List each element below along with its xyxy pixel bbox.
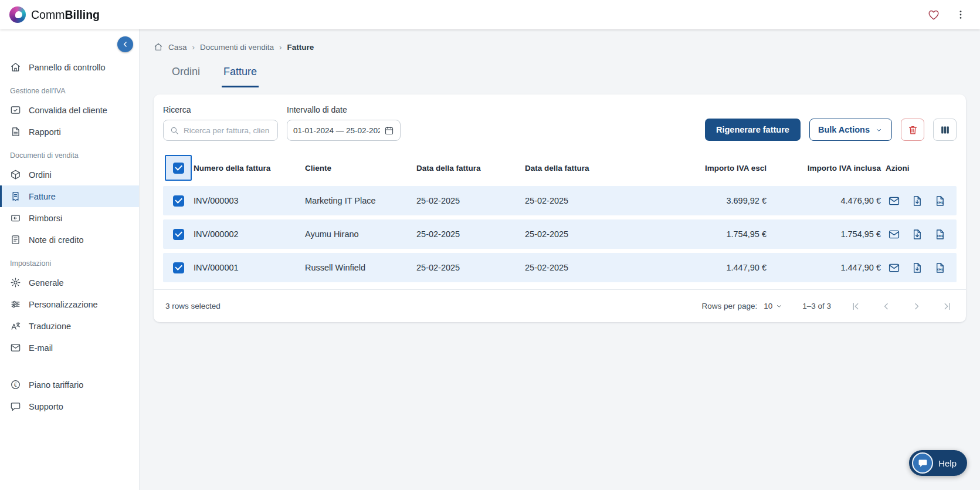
pagination-range-text: 1–3 of 3 xyxy=(802,302,831,310)
next-page-button[interactable] xyxy=(911,300,924,313)
amount-excl-cell: 3.699,92 € xyxy=(672,196,771,205)
table-row[interactable]: INV/000001 Russell Winfield 25-02-2025 2… xyxy=(163,253,957,282)
download-xml-action-button[interactable]: XML xyxy=(934,228,947,241)
breadcrumb-separator: › xyxy=(192,43,195,52)
select-all-cell xyxy=(163,155,194,181)
sidebar-item-email[interactable]: E-mail xyxy=(0,337,139,359)
row-checkbox-cell xyxy=(163,195,194,207)
row-checkbox[interactable] xyxy=(173,229,184,240)
column-header-client[interactable]: Cliente xyxy=(305,164,416,173)
sidebar-item-convalida-del-cliente[interactable]: Convalida del cliente xyxy=(0,99,139,121)
tab-fatture[interactable]: Fatture xyxy=(222,66,259,87)
sidebar-item-supporto[interactable]: Supporto xyxy=(0,396,139,417)
delete-selected-button[interactable] xyxy=(901,119,924,141)
search-label: Ricerca xyxy=(163,105,278,114)
previous-page-button[interactable] xyxy=(880,300,893,313)
sidebar-section-header: Gestione dell'IVA xyxy=(0,78,139,99)
bulk-actions-button[interactable]: Bulk Actions xyxy=(809,119,892,141)
chevron-down-icon xyxy=(775,302,784,310)
filters-bar: Ricerca Intervallo di date Rigenerare fa… xyxy=(163,105,957,141)
sidebar-item-label: Piano tariffario xyxy=(29,380,83,390)
sidebar-item-traduzione[interactable]: Traduzione xyxy=(0,315,139,337)
breadcrumb-item-casa[interactable]: Casa xyxy=(168,43,187,52)
regenerate-invoices-button[interactable]: Rigenerare fatture xyxy=(705,119,801,141)
send-email-action-button[interactable] xyxy=(888,228,901,241)
sidebar-item-label: Rimborsi xyxy=(29,214,62,223)
sidebar-item-label: Rapporti xyxy=(29,127,61,137)
file-xml-icon: XML xyxy=(934,228,947,241)
pager xyxy=(850,300,954,313)
home-breadcrumb-icon[interactable] xyxy=(154,42,163,52)
sidebar-item-label: Traduzione xyxy=(29,322,71,331)
send-email-action-button[interactable] xyxy=(888,194,901,207)
brand: CommBilling xyxy=(9,6,100,23)
help-button[interactable]: Help xyxy=(909,450,967,476)
column-settings-button[interactable] xyxy=(933,119,957,141)
last-page-icon xyxy=(941,300,954,312)
svg-text:XML: XML xyxy=(937,234,944,237)
amount-excl-cell: 1.447,90 € xyxy=(672,263,771,272)
rows-selected-text: 3 rows selected xyxy=(165,302,221,310)
column-header-amount-incl[interactable]: Importo IVA inclusa xyxy=(771,164,886,173)
date-range-input[interactable] xyxy=(293,126,380,135)
sidebar-item-personalizzazione[interactable]: Personalizzazione xyxy=(0,293,139,315)
envelope-icon xyxy=(10,342,21,353)
topbar: CommBilling xyxy=(0,0,980,29)
sidebar-item-pannello-di-controllo[interactable]: Pannello di controllo xyxy=(0,56,139,78)
envelope-icon xyxy=(888,262,901,274)
date-range-field: Intervallo di date xyxy=(287,105,401,141)
chevron-down-icon xyxy=(874,126,883,134)
row-actions: XML xyxy=(886,194,957,207)
table-row[interactable]: INV/000002 Ayumu Hirano 25-02-2025 25-02… xyxy=(163,219,957,249)
heart-icon xyxy=(927,8,940,21)
table-header-row: Numero della fattura Cliente Data della … xyxy=(163,154,957,182)
download-invoice-action-button[interactable] xyxy=(911,228,924,241)
sidebar-item-generale[interactable]: Generale xyxy=(0,272,139,293)
rows-per-page-select[interactable]: 10 xyxy=(764,302,784,310)
column-header-invoice-number[interactable]: Numero della fattura xyxy=(194,164,305,173)
download-xml-action-button[interactable]: XML xyxy=(934,261,947,274)
download-invoice-action-button[interactable] xyxy=(911,261,924,274)
favorites-heart-button[interactable] xyxy=(924,5,944,25)
breadcrumb-item-documenti-di-vendita[interactable]: Documenti di vendita xyxy=(200,43,274,52)
send-email-action-button[interactable] xyxy=(888,261,901,274)
help-label: Help xyxy=(938,458,957,468)
breadcrumb-separator: › xyxy=(279,43,282,52)
sidebar-item-piano-tariffario[interactable]: € Piano tariffario xyxy=(0,374,139,396)
amount-excl-cell: 1.754,95 € xyxy=(672,229,771,239)
sidebar-item-rapporti[interactable]: Rapporti xyxy=(0,121,139,143)
sidebar-item-note-di-credito[interactable]: Note di credito xyxy=(0,229,139,251)
column-header-amount-excl[interactable]: Importo IVA escl xyxy=(672,164,771,173)
amount-incl-cell: 1.754,95 € xyxy=(771,229,886,239)
search-input[interactable] xyxy=(184,126,272,135)
file-download-icon xyxy=(911,195,924,207)
sidebar-item-ordini[interactable]: Ordini xyxy=(0,164,139,185)
app-logo-icon xyxy=(9,6,26,23)
amount-incl-cell: 4.476,90 € xyxy=(771,196,886,205)
sidebar-item-label: Fatture xyxy=(29,192,56,201)
sidebar-item-rimborsi[interactable]: Rimborsi xyxy=(0,207,139,229)
column-header-invoice-date-2[interactable]: Data della fattura xyxy=(525,164,672,173)
tab-ordini[interactable]: Ordini xyxy=(170,66,202,87)
sidebar-item-fatture[interactable]: Fatture xyxy=(0,185,139,207)
columns-icon xyxy=(940,124,951,136)
select-all-highlight xyxy=(165,155,192,181)
overflow-menu-button[interactable] xyxy=(951,5,971,25)
column-header-invoice-date[interactable]: Data della fattura xyxy=(416,164,525,173)
euro-circle-icon: € xyxy=(10,379,21,390)
file-download-icon xyxy=(911,228,924,241)
row-checkbox[interactable] xyxy=(173,262,184,273)
invoice-date-cell-2: 25-02-2025 xyxy=(525,229,672,239)
select-all-checkbox[interactable] xyxy=(173,163,184,174)
table-row[interactable]: INV/000003 Marketing IT Place 25-02-2025… xyxy=(163,186,957,215)
row-actions: XML xyxy=(886,228,957,241)
envelope-icon xyxy=(888,228,901,241)
row-checkbox[interactable] xyxy=(173,195,184,207)
last-page-button[interactable] xyxy=(941,300,954,313)
layout: Pannello di controllo Gestione dell'IVA … xyxy=(0,29,980,490)
download-xml-action-button[interactable]: XML xyxy=(934,194,947,207)
download-invoice-action-button[interactable] xyxy=(911,194,924,207)
sidebar-collapse-button[interactable] xyxy=(117,36,133,52)
first-page-button[interactable] xyxy=(850,300,863,313)
svg-text:XML: XML xyxy=(937,200,944,204)
